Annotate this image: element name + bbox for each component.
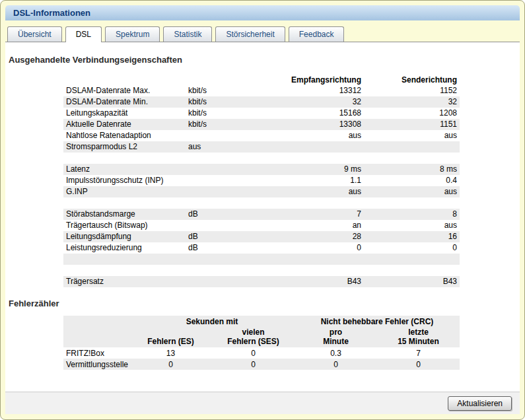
connection-table: Empfangsrichtung Senderichtung DSLAM-Dat… xyxy=(63,72,460,287)
tab-uebersicht[interactable]: Übersicht xyxy=(7,26,62,42)
table-row: Trägertausch (Bitswap)anaus xyxy=(63,220,460,231)
value-cell: 0 xyxy=(377,359,460,370)
value-senderichtung: 16 xyxy=(364,231,460,242)
row-unit xyxy=(186,220,252,231)
refresh-button[interactable]: Aktualisieren xyxy=(448,396,512,411)
header-empty xyxy=(63,316,129,327)
window: DSL-Informationen ÜbersichtDSLSpektrumSt… xyxy=(0,0,525,420)
row-label: DSLAM-Datenrate Max. xyxy=(63,85,186,96)
table-row xyxy=(63,265,460,276)
row-label: Vermittlungsstelle xyxy=(63,359,129,370)
table-row: Leitungskapazitätkbit/s151681208 xyxy=(63,108,460,119)
value-cell: 0 xyxy=(129,359,212,370)
row-unit: kbit/s xyxy=(186,119,252,130)
value-cell: 7 xyxy=(377,347,460,359)
row-label: Trägertausch (Bitswap) xyxy=(63,220,186,231)
title-bar: DSL-Informationen xyxy=(5,5,520,20)
table-row: Stromsparmodus L2aus xyxy=(63,141,460,153)
row-label xyxy=(63,265,186,276)
value-empfangsrichtung xyxy=(252,153,364,164)
value-senderichtung: B43 xyxy=(364,276,460,287)
header-empfangsrichtung: Empfangsrichtung xyxy=(252,72,364,85)
connection-table-header-row: Empfangsrichtung Senderichtung xyxy=(63,72,460,85)
value-cell: 0.3 xyxy=(295,347,377,359)
header-sekunden-mit: Sekunden mit xyxy=(129,316,295,327)
row-label: Latenz xyxy=(63,164,186,175)
error-table-col-header-row: Fehlern (ES) vielen Fehlern (SES) pro Mi… xyxy=(63,327,460,347)
value-empfangsrichtung: 1.1 xyxy=(252,175,364,186)
value-cell: 13 xyxy=(129,347,212,359)
row-unit xyxy=(186,186,252,197)
page-title: DSL-Informationen xyxy=(13,8,90,18)
value-senderichtung xyxy=(364,254,460,265)
tab-feedback[interactable]: Feedback xyxy=(289,26,345,42)
row-label: Nahtlose Ratenadaption xyxy=(63,130,186,141)
value-senderichtung xyxy=(364,153,460,164)
value-empfangsrichtung: 28 xyxy=(252,231,364,242)
header-senderichtung: Senderichtung xyxy=(364,72,460,85)
table-row: FRITZ!Box1300.37 xyxy=(63,347,460,359)
row-unit: dB xyxy=(186,231,252,242)
row-label: Störabstandsmarge xyxy=(63,209,186,220)
row-label: Leitungskapazität xyxy=(63,108,186,119)
row-unit: kbit/s xyxy=(186,85,252,96)
tab-stoersicherheit[interactable]: Störsicherheit xyxy=(215,26,285,42)
value-cell: 0 xyxy=(295,359,377,370)
row-label: Leitungsdämpfung xyxy=(63,231,186,242)
value-senderichtung xyxy=(364,265,460,276)
header-vielen-fehlern-ses: vielen Fehlern (SES) xyxy=(212,327,295,347)
value-empfangsrichtung: an xyxy=(252,220,364,231)
row-label xyxy=(63,254,186,265)
row-label: Aktuelle Datenrate xyxy=(63,119,186,130)
row-unit xyxy=(186,164,252,175)
tab-statistik[interactable]: Statistik xyxy=(163,26,212,42)
value-senderichtung: aus xyxy=(364,130,460,141)
table-row: DSLAM-Datenrate Max.kbit/s133121152 xyxy=(63,85,460,96)
value-empfangsrichtung: 7 xyxy=(252,209,364,220)
value-cell: 0 xyxy=(212,347,295,359)
value-empfangsrichtung: 32 xyxy=(252,96,364,108)
content: Ausgehandelte Verbindungseigenschaften E… xyxy=(5,42,520,392)
value-empfangsrichtung: 13312 xyxy=(252,85,364,96)
table-row: Nahtlose Ratenadaptionausaus xyxy=(63,130,460,141)
row-unit xyxy=(186,175,252,186)
tab-dsl[interactable]: DSL xyxy=(65,26,102,42)
table-row xyxy=(63,254,460,265)
row-label: FRITZ!Box xyxy=(63,347,129,359)
value-empfangsrichtung xyxy=(252,141,364,153)
table-row: DSLAM-Datenrate Min.kbit/s3232 xyxy=(63,96,460,108)
row-label: Trägersatz xyxy=(63,276,186,287)
table-row: Impulsstörungsschutz (INP)1.10.4 xyxy=(63,175,460,186)
error-table-body: FRITZ!Box1300.37Vermittlungsstelle0000 xyxy=(63,347,460,370)
value-empfangsrichtung: 15168 xyxy=(252,108,364,119)
row-label: Impulsstörungsschutz (INP) xyxy=(63,175,186,186)
value-empfangsrichtung xyxy=(252,197,364,209)
table-row: Vermittlungsstelle0000 xyxy=(63,359,460,370)
table-row: TrägersatzB43B43 xyxy=(63,276,460,287)
header-fehlern-es: Fehlern (ES) xyxy=(129,327,212,347)
value-senderichtung: 0 xyxy=(364,242,460,254)
value-senderichtung: 0.4 xyxy=(364,175,460,186)
table-row: LeistungsreduzierungdB00 xyxy=(63,242,460,254)
value-cell: 0 xyxy=(212,359,295,370)
value-senderichtung: aus xyxy=(364,186,460,197)
row-label: Stromsparmodus L2 xyxy=(63,141,186,153)
footer: Aktualisieren xyxy=(5,392,520,414)
table-row xyxy=(63,197,460,209)
table-row: StörabstandsmargedB78 xyxy=(63,209,460,220)
row-unit xyxy=(186,265,252,276)
table-row: Aktuelle Datenratekbit/s133081151 xyxy=(63,119,460,130)
error-section-heading: Fehlerzähler xyxy=(5,287,520,316)
row-unit: kbit/s xyxy=(186,96,252,108)
row-label xyxy=(63,197,186,209)
header-empty xyxy=(63,327,129,347)
value-senderichtung: 8 ms xyxy=(364,164,460,175)
error-table: Sekunden mit Nicht behebbare Fehler (CRC… xyxy=(63,316,460,370)
tab-spektrum[interactable]: Spektrum xyxy=(105,26,160,42)
error-table-group-header-row: Sekunden mit Nicht behebbare Fehler (CRC… xyxy=(63,316,460,327)
row-unit xyxy=(186,254,252,265)
value-empfangsrichtung: 9 ms xyxy=(252,164,364,175)
row-label: DSLAM-Datenrate Min. xyxy=(63,96,186,108)
value-senderichtung: 1208 xyxy=(364,108,460,119)
row-unit: dB xyxy=(186,242,252,254)
